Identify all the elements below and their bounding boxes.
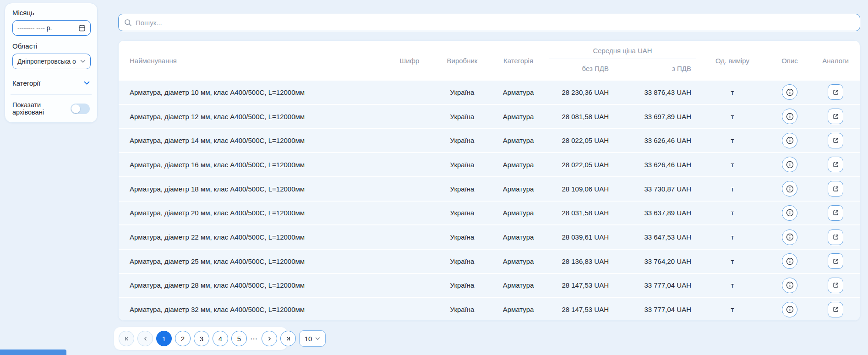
- filter-sidebar: Місяць -------- ---- р. Області Дніпропе…: [5, 3, 98, 123]
- external-link-icon: [832, 113, 839, 120]
- info-icon: [786, 161, 794, 169]
- analogs-button[interactable]: [828, 302, 843, 317]
- description-button[interactable]: [782, 205, 797, 221]
- page-button-4[interactable]: 4: [213, 331, 228, 346]
- page-size-select[interactable]: 10: [299, 330, 326, 347]
- cell-price-with-vat: 33 730,87 UAH: [613, 185, 696, 193]
- cell-unit: т: [696, 161, 769, 169]
- table-row: Арматура, діаметр 18 мм, клас А400/500С,…: [119, 176, 860, 201]
- description-button[interactable]: [782, 133, 797, 148]
- cell-category: Арматура: [487, 233, 549, 241]
- cell-unit: т: [696, 88, 769, 96]
- description-button[interactable]: [782, 181, 797, 197]
- prev-page-icon: [142, 336, 148, 342]
- cell-unit: т: [696, 306, 769, 313]
- description-button[interactable]: [782, 109, 797, 124]
- description-button[interactable]: [782, 253, 797, 269]
- table-row: Арматура, діаметр 28 мм, клас А400/500С,…: [119, 273, 860, 297]
- description-button[interactable]: [782, 229, 797, 245]
- categories-expander[interactable]: Категорії: [12, 79, 90, 87]
- column-header-price-group: Середня ціна UAH без ПДВ з ПДВ: [549, 41, 696, 81]
- cell-manufacturer: Україна: [437, 185, 487, 193]
- analogs-button[interactable]: [828, 278, 843, 293]
- month-date-value: -------- ---- р.: [17, 24, 52, 32]
- region-label: Області: [12, 42, 90, 50]
- analogs-button[interactable]: [828, 205, 843, 221]
- description-button[interactable]: [782, 157, 797, 172]
- cell-manufacturer: Україна: [437, 209, 487, 217]
- cell-price-no-vat: 28 109,06 UAH: [549, 185, 613, 193]
- cell-manufacturer: Україна: [437, 113, 487, 120]
- cell-category: Арматура: [487, 281, 549, 289]
- table-row: Арматура, діаметр 12 мм, клас А400/500С,…: [119, 104, 860, 128]
- price-group-title: Середня ціна UAH: [549, 47, 696, 59]
- analogs-button[interactable]: [828, 84, 843, 100]
- table-row: Арматура, діаметр 25 мм, клас А400/500С,…: [119, 249, 860, 273]
- cell-price-with-vat: 33 637,89 UAH: [613, 209, 696, 217]
- analogs-button[interactable]: [828, 229, 843, 245]
- cell-price-with-vat: 33 626,46 UAH: [613, 161, 696, 169]
- external-link-icon: [832, 186, 839, 192]
- cell-price-no-vat: 28 081,58 UAH: [549, 113, 613, 120]
- cell-price-with-vat: 33 764,20 UAH: [613, 257, 696, 265]
- cell-category: Арматура: [487, 209, 549, 217]
- cell-unit: т: [696, 113, 769, 120]
- page-button-1[interactable]: 1: [156, 331, 172, 346]
- cell-price-with-vat: 33 647,53 UAH: [613, 233, 696, 241]
- first-page-button[interactable]: [119, 331, 134, 346]
- month-label: Місяць: [12, 9, 90, 16]
- cell-name: Арматура, діаметр 25 мм, клас А400/500С,…: [119, 257, 382, 265]
- analogs-button[interactable]: [828, 109, 843, 124]
- cell-unit: т: [696, 257, 769, 265]
- prev-page-button[interactable]: [137, 331, 153, 346]
- analogs-button[interactable]: [828, 133, 843, 148]
- cell-price-no-vat: 28 022,05 UAH: [549, 137, 613, 144]
- page-button-2[interactable]: 2: [175, 331, 191, 346]
- column-header-code: Шифр: [382, 57, 437, 65]
- cell-unit: т: [696, 209, 769, 217]
- cell-name: Арматура, діаметр 20 мм, клас А400/500С,…: [119, 209, 382, 217]
- cell-manufacturer: Україна: [437, 257, 487, 265]
- show-archived-toggle[interactable]: [71, 104, 90, 114]
- cell-price-no-vat: 28 147,53 UAH: [549, 306, 613, 313]
- external-link-icon: [832, 234, 839, 240]
- next-page-button[interactable]: [262, 331, 277, 346]
- region-select[interactable]: Дніпропетровська о: [12, 54, 91, 69]
- description-button[interactable]: [782, 84, 797, 100]
- cell-manufacturer: Україна: [437, 161, 487, 169]
- column-header-description: Опис: [769, 57, 810, 65]
- cell-price-no-vat: 28 031,58 UAH: [549, 209, 613, 217]
- external-link-icon: [832, 137, 839, 144]
- cell-manufacturer: Україна: [437, 306, 487, 313]
- analogs-button[interactable]: [828, 253, 843, 269]
- analogs-button[interactable]: [828, 181, 843, 197]
- pagination: 1 2 3 4 5 ⋯ 10: [114, 327, 287, 350]
- page-button-3[interactable]: 3: [194, 331, 209, 346]
- cell-unit: т: [696, 233, 769, 241]
- chevron-down-icon: [84, 81, 90, 85]
- cell-category: Арматура: [487, 113, 549, 120]
- last-page-button[interactable]: [280, 331, 296, 346]
- info-icon: [786, 185, 794, 193]
- cell-category: Арматура: [487, 161, 549, 169]
- cell-price-no-vat: 28 230,36 UAH: [549, 88, 613, 96]
- search-input[interactable]: [136, 19, 854, 27]
- analogs-button[interactable]: [828, 157, 843, 172]
- column-header-category: Категорія: [487, 57, 549, 65]
- month-date-input[interactable]: -------- ---- р.: [12, 20, 91, 36]
- description-button[interactable]: [782, 278, 797, 293]
- search-bar: [118, 14, 860, 31]
- pages-ellipsis: ⋯: [250, 334, 258, 343]
- table-row: Арматура, діаметр 14 мм, клас А400/500С,…: [119, 128, 860, 152]
- table-row: Арматура, діаметр 32 мм, клас А400/500С,…: [119, 297, 860, 321]
- external-link-icon: [832, 258, 839, 265]
- cell-name: Арматура, діаметр 32 мм, клас А400/500С,…: [119, 306, 382, 313]
- search-icon: [124, 19, 132, 27]
- page-button-5[interactable]: 5: [231, 331, 247, 346]
- cell-unit: т: [696, 137, 769, 144]
- description-button[interactable]: [782, 302, 797, 317]
- cell-price-with-vat: 33 626,46 UAH: [613, 137, 696, 144]
- cell-price-no-vat: 28 022,05 UAH: [549, 161, 613, 169]
- chevron-down-icon: [315, 337, 320, 340]
- calendar-icon: [78, 24, 86, 32]
